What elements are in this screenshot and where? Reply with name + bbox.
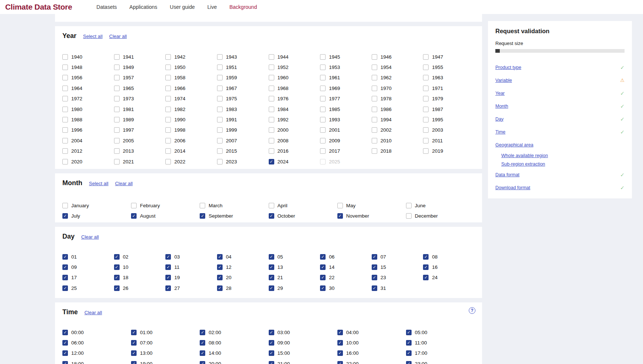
day-clear-all-link[interactable]: Clear all	[81, 234, 99, 240]
month-checkbox-october[interactable]: October	[269, 211, 337, 221]
checkbox-icon[interactable]	[62, 127, 68, 133]
checkbox-icon[interactable]	[423, 54, 429, 60]
year-checkbox-1991[interactable]: 1991	[217, 114, 269, 125]
month-checkbox-september[interactable]: September	[200, 211, 268, 221]
month-clear-all-link[interactable]: Clear all	[115, 181, 133, 186]
validation-link-variable[interactable]: Variable	[495, 78, 512, 83]
year-checkbox-2016[interactable]: 2016	[269, 146, 320, 156]
checkbox-icon[interactable]	[423, 264, 429, 270]
day-checkbox-30[interactable]: 30	[320, 283, 372, 293]
year-checkbox-1965[interactable]: 1965	[114, 83, 166, 93]
climate-data-store-logo[interactable]: Climate Data Store	[5, 3, 72, 11]
checkbox-icon[interactable]	[217, 254, 223, 260]
year-checkbox-2019[interactable]: 2019	[423, 146, 475, 156]
checkbox-icon[interactable]	[62, 361, 68, 364]
checkbox-icon[interactable]	[372, 96, 377, 101]
year-checkbox-1983[interactable]: 1983	[217, 104, 269, 114]
checkbox-icon[interactable]	[62, 65, 68, 70]
checkbox-icon[interactable]	[337, 340, 343, 346]
time-checkbox-05-00[interactable]: 05:00	[406, 327, 475, 337]
time-checkbox-21-00[interactable]: 21:00	[269, 358, 337, 364]
year-checkbox-1995[interactable]: 1995	[423, 114, 475, 125]
checkbox-icon[interactable]	[320, 275, 326, 280]
day-checkbox-03[interactable]: 03	[165, 252, 217, 262]
time-checkbox-23-00[interactable]: 23:00	[406, 358, 475, 364]
year-checkbox-2004[interactable]: 2004	[62, 135, 114, 146]
year-checkbox-1976[interactable]: 1976	[269, 94, 320, 104]
time-checkbox-01-00[interactable]: 01:00	[131, 327, 200, 337]
time-checkbox-15-00[interactable]: 15:00	[269, 348, 337, 358]
year-checkbox-2008[interactable]: 2008	[269, 135, 320, 146]
year-clear-all-link[interactable]: Clear all	[109, 34, 127, 39]
day-checkbox-04[interactable]: 04	[217, 252, 269, 262]
year-checkbox-1942[interactable]: 1942	[165, 52, 217, 62]
year-checkbox-1978[interactable]: 1978	[372, 94, 423, 104]
year-checkbox-2010[interactable]: 2010	[372, 135, 423, 146]
checkbox-icon[interactable]	[114, 75, 120, 80]
checkbox-icon[interactable]	[165, 159, 171, 164]
checkbox-icon[interactable]	[114, 138, 120, 143]
month-checkbox-november[interactable]: November	[337, 211, 406, 221]
year-checkbox-2000[interactable]: 2000	[269, 125, 320, 135]
day-checkbox-07[interactable]: 07	[372, 252, 423, 262]
checkbox-icon[interactable]	[62, 264, 68, 270]
checkbox-icon[interactable]	[131, 213, 137, 219]
checkbox-icon[interactable]	[217, 159, 223, 164]
year-checkbox-2007[interactable]: 2007	[217, 135, 269, 146]
year-checkbox-1986[interactable]: 1986	[372, 104, 423, 114]
year-checkbox-2018[interactable]: 2018	[372, 146, 423, 156]
time-checkbox-11-00[interactable]: 11:00	[406, 337, 475, 348]
year-checkbox-1941[interactable]: 1941	[114, 52, 166, 62]
time-checkbox-10-00[interactable]: 10:00	[337, 337, 406, 348]
year-checkbox-1984[interactable]: 1984	[269, 104, 320, 114]
checkbox-icon[interactable]	[337, 203, 343, 208]
checkbox-icon[interactable]	[114, 96, 120, 101]
year-checkbox-1959[interactable]: 1959	[217, 73, 269, 83]
year-checkbox-1987[interactable]: 1987	[423, 104, 475, 114]
checkbox-icon[interactable]	[217, 75, 223, 80]
checkbox-icon[interactable]	[269, 203, 274, 208]
checkbox-icon[interactable]	[269, 127, 274, 133]
checkbox-icon[interactable]	[62, 75, 68, 80]
day-checkbox-17[interactable]: 17	[62, 273, 114, 283]
day-checkbox-19[interactable]: 19	[165, 273, 217, 283]
year-checkbox-1980[interactable]: 1980	[62, 104, 114, 114]
question-mark-circle-icon[interactable]: ?	[469, 307, 475, 314]
checkbox-icon[interactable]	[372, 107, 377, 112]
checkbox-icon[interactable]	[337, 330, 343, 335]
checkbox-icon[interactable]	[114, 107, 120, 112]
checkbox-icon[interactable]	[269, 117, 274, 122]
day-checkbox-27[interactable]: 27	[165, 283, 217, 293]
checkbox-icon[interactable]	[217, 138, 223, 143]
nav-item-background[interactable]: Background	[229, 4, 257, 10]
checkbox-icon[interactable]	[200, 213, 205, 219]
year-checkbox-1963[interactable]: 1963	[423, 73, 475, 83]
year-checkbox-2006[interactable]: 2006	[165, 135, 217, 146]
day-checkbox-23[interactable]: 23	[372, 273, 423, 283]
day-checkbox-28[interactable]: 28	[217, 283, 269, 293]
checkbox-icon[interactable]	[269, 86, 274, 91]
time-checkbox-17-00[interactable]: 17:00	[406, 348, 475, 358]
checkbox-icon[interactable]	[320, 148, 326, 154]
month-checkbox-december[interactable]: December	[406, 211, 475, 221]
checkbox-icon[interactable]	[372, 254, 377, 260]
checkbox-icon[interactable]	[269, 159, 274, 164]
checkbox-icon[interactable]	[269, 361, 274, 364]
checkbox-icon[interactable]	[165, 86, 171, 91]
checkbox-icon[interactable]	[320, 107, 326, 112]
time-checkbox-09-00[interactable]: 09:00	[269, 337, 337, 348]
year-checkbox-1940[interactable]: 1940	[62, 52, 114, 62]
year-checkbox-1979[interactable]: 1979	[423, 94, 475, 104]
day-checkbox-13[interactable]: 13	[269, 262, 320, 272]
year-checkbox-2020[interactable]: 2020	[62, 156, 114, 167]
year-checkbox-1968[interactable]: 1968	[269, 83, 320, 93]
day-checkbox-10[interactable]: 10	[114, 262, 166, 272]
day-checkbox-06[interactable]: 06	[320, 252, 372, 262]
checkbox-icon[interactable]	[372, 86, 377, 91]
checkbox-icon[interactable]	[423, 96, 429, 101]
month-checkbox-april[interactable]: April	[269, 200, 337, 211]
year-checkbox-1971[interactable]: 1971	[423, 83, 475, 93]
time-clear-all-link[interactable]: Clear all	[85, 310, 102, 315]
checkbox-icon[interactable]	[165, 54, 171, 60]
checkbox-icon[interactable]	[337, 361, 343, 364]
